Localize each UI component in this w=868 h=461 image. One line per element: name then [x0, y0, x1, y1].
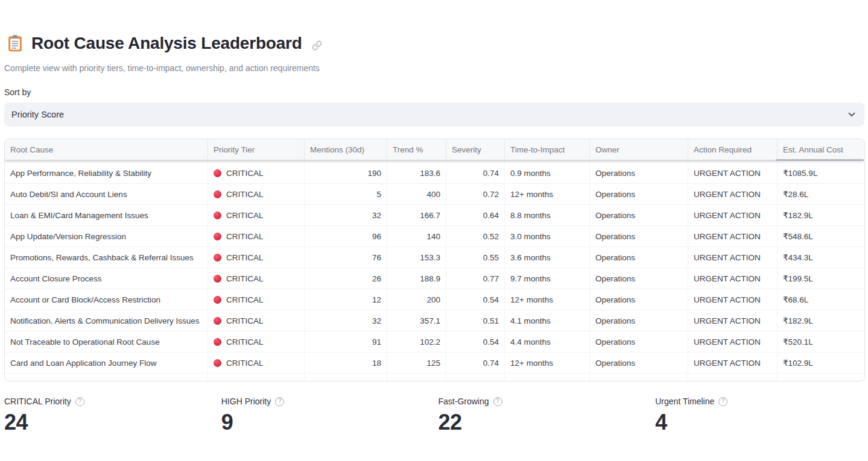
cell-action-required[interactable]: URGENT ACTION [688, 184, 778, 204]
cell-priority-tier[interactable]: CRITICAL [208, 205, 305, 225]
cell-est-annual-cost[interactable]: ₹548.6L [778, 226, 864, 246]
cell-root-cause[interactable]: App Update/Version Regression [5, 226, 208, 246]
cell-owner[interactable]: Operations [590, 184, 688, 204]
cell-severity[interactable]: 0.52 [446, 226, 505, 246]
column-header[interactable]: Trend % [387, 139, 446, 160]
cell-time-to-impact[interactable]: 12+ months [505, 184, 590, 204]
cell-trend[interactable]: 357.1 [387, 310, 446, 331]
table-row[interactable]: Account or Card Block/Access Restriction… [5, 289, 864, 310]
cell-owner[interactable]: Operations [590, 268, 688, 289]
cell-root-cause[interactable]: Account or Card Block/Access Restriction [5, 289, 208, 310]
cell-time-to-impact[interactable]: 12+ months [505, 353, 590, 373]
column-header[interactable]: Est. Annual Cost [778, 139, 864, 160]
table-row[interactable]: Account Closure Process CRITICAL 26 188.… [5, 268, 864, 289]
cell-priority-tier[interactable]: CRITICAL [208, 184, 305, 204]
cell-root-cause[interactable]: Account Closure Process [5, 268, 208, 289]
cell-severity[interactable]: 0.64 [446, 205, 505, 225]
cell-action-required[interactable]: URGENT ACTION [688, 247, 778, 268]
cell-est-annual-cost[interactable]: ₹102.9L [778, 353, 864, 373]
cell-owner[interactable]: Operations [590, 353, 688, 373]
cell-priority-tier[interactable]: CRITICAL [208, 353, 305, 373]
cell-est-annual-cost[interactable]: ₹199.5L [778, 268, 864, 289]
cell-priority-tier[interactable]: CRITICAL [208, 226, 305, 246]
cell-severity[interactable]: 0.51 [446, 310, 505, 331]
table-row[interactable]: App Update/Version Regression CRITICAL 9… [5, 226, 864, 247]
cell-mentions[interactable]: 190 [305, 163, 387, 183]
cell-trend[interactable]: 166.7 [387, 205, 446, 225]
anchor-link-icon[interactable] [312, 40, 322, 51]
cell-mentions[interactable]: 32 [305, 205, 387, 225]
cell-time-to-impact[interactable]: 12+ months [505, 289, 590, 310]
cell-est-annual-cost[interactable]: ₹182.9L [778, 310, 864, 331]
cell-trend[interactable]: 125 [387, 353, 446, 373]
table-row[interactable]: Not Traceable to Operational Root Cause … [5, 331, 864, 353]
cell-mentions[interactable]: 12 [305, 289, 387, 310]
sort-select[interactable]: Priority Score [4, 102, 864, 127]
cell-root-cause[interactable]: Notification, Alerts & Communication Del… [5, 310, 208, 331]
cell-root-cause[interactable]: Not Traceable to Operational Root Cause [5, 331, 208, 352]
cell-mentions[interactable]: 26 [305, 268, 387, 289]
cell-priority-tier[interactable]: CRITICAL [208, 268, 305, 289]
column-header[interactable]: Priority Tier [208, 139, 305, 160]
cell-time-to-impact[interactable]: 4.4 months [505, 331, 590, 352]
cell-action-required[interactable]: URGENT ACTION [688, 331, 778, 352]
cell-action-required[interactable]: URGENT ACTION [688, 163, 778, 183]
help-icon[interactable] [275, 397, 284, 406]
cell-est-annual-cost[interactable]: ₹1085.9L [778, 163, 864, 183]
help-icon[interactable] [718, 397, 727, 406]
cell-est-annual-cost[interactable]: ₹68.6L [778, 289, 864, 310]
cell-time-to-impact[interactable]: 9.7 months [505, 268, 590, 289]
column-header[interactable]: Severity [446, 139, 505, 160]
cell-trend[interactable]: 188.9 [387, 268, 446, 289]
cell-action-required[interactable]: URGENT ACTION [688, 353, 778, 373]
cell-owner[interactable]: Operations [590, 310, 688, 331]
cell-root-cause[interactable]: Loan & EMI/Card Management Issues [5, 205, 208, 225]
cell-trend[interactable]: 140 [387, 226, 446, 246]
cell-mentions[interactable]: 96 [305, 226, 387, 246]
cell-trend[interactable]: 400 [387, 184, 446, 204]
cell-trend[interactable]: 183.6 [387, 163, 446, 183]
cell-action-required[interactable]: URGENT ACTION [688, 205, 778, 225]
cell-action-required[interactable]: URGENT ACTION [688, 268, 778, 289]
cell-severity[interactable]: 0.55 [446, 247, 505, 268]
cell-trend[interactable]: 200 [387, 289, 446, 310]
cell-severity[interactable]: 0.54 [446, 331, 505, 352]
table-row[interactable]: Notification, Alerts & Communication Del… [5, 310, 864, 331]
table-row[interactable]: App Performance, Reliability & Stability… [5, 163, 864, 184]
cell-est-annual-cost[interactable]: ₹520.1L [778, 331, 864, 352]
help-icon[interactable] [75, 397, 84, 406]
column-header[interactable]: Mentions (30d) [305, 139, 387, 160]
cell-severity[interactable]: 0.74 [446, 353, 505, 373]
cell-severity[interactable]: 0.77 [446, 268, 505, 289]
cell-mentions[interactable]: 76 [305, 247, 387, 268]
cell-mentions[interactable]: 18 [305, 353, 387, 373]
cell-priority-tier[interactable]: CRITICAL [208, 163, 305, 183]
cell-owner[interactable]: Operations [590, 163, 688, 183]
cell-severity[interactable]: 0.72 [446, 184, 505, 204]
column-header[interactable]: Action Required [688, 139, 778, 160]
cell-action-required[interactable]: URGENT ACTION [688, 289, 778, 310]
cell-priority-tier[interactable]: CRITICAL [208, 247, 305, 268]
cell-mentions[interactable]: 32 [305, 310, 387, 331]
cell-owner[interactable]: Operations [590, 331, 688, 352]
cell-root-cause[interactable]: Promotions, Rewards, Cashback & Referral… [5, 247, 208, 268]
cell-time-to-impact[interactable]: 3.6 months [505, 247, 590, 268]
column-header[interactable]: Time-to-Impact [505, 139, 590, 160]
cell-owner[interactable]: Operations [590, 205, 688, 225]
cell-est-annual-cost[interactable]: ₹182.9L [778, 205, 864, 225]
help-icon[interactable] [493, 397, 502, 406]
table-row[interactable]: Auto Debit/SI and Account Liens CRITICAL… [5, 184, 864, 205]
column-header[interactable]: Owner [590, 139, 688, 160]
cell-severity[interactable]: 0.54 [446, 289, 505, 310]
cell-est-annual-cost[interactable]: ₹28.6L [778, 184, 864, 204]
cell-severity[interactable]: 0.74 [446, 163, 505, 183]
cell-priority-tier[interactable]: CRITICAL [208, 331, 305, 352]
cell-trend[interactable]: 153.3 [387, 247, 446, 268]
cell-owner[interactable]: Operations [590, 289, 688, 310]
cell-time-to-impact[interactable]: 4.1 months [505, 310, 590, 331]
scroll-indicator[interactable] [776, 159, 864, 161]
cell-mentions[interactable]: 91 [305, 331, 387, 352]
cell-mentions[interactable]: 5 [305, 184, 387, 204]
table-row[interactable]: Promotions, Rewards, Cashback & Referral… [5, 247, 864, 268]
cell-root-cause[interactable]: Card and Loan Application Journey Flow [5, 353, 208, 373]
